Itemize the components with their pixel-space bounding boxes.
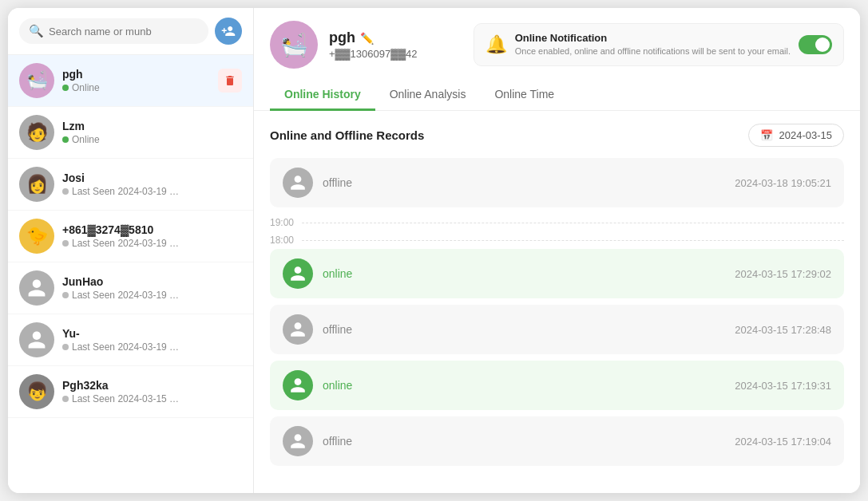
status-dot <box>62 85 69 91</box>
contact-item[interactable]: 👩JosiLast Seen 2024-03-19 … <box>8 159 253 211</box>
contact-name: +861▓3274▓5810 <box>62 223 242 236</box>
contact-name: Josi <box>62 172 242 184</box>
tabs: Online HistoryOnline AnalysisOnline Time <box>270 80 844 110</box>
status-dot <box>62 344 69 350</box>
contact-name: pgh <box>62 68 210 81</box>
status-text: Last Seen 2024-03-19 … <box>72 290 179 301</box>
record-status-label: offline <box>323 323 725 336</box>
record-avatar <box>283 258 313 289</box>
timeline-label: 18:00 <box>270 231 844 249</box>
contact-info: JosiLast Seen 2024-03-19 … <box>62 172 242 197</box>
record-item: online2024-03-15 17:19:31 <box>270 361 844 410</box>
record-item: offline2024-03-15 17:28:48 <box>270 305 844 354</box>
records-list: offline2024-03-18 19:05:2119:0018:00onli… <box>270 158 844 466</box>
records-header: Online and Offline Records 📅 2024-03-15 <box>270 124 844 147</box>
notif-text: Online Notification Once enabled, online… <box>515 32 791 57</box>
trash-icon <box>224 74 236 87</box>
date-picker-button[interactable]: 📅 2024-03-15 <box>748 124 845 147</box>
status-text: Last Seen 2024-03-19 … <box>72 186 179 197</box>
record-avatar <box>283 426 313 456</box>
delete-contact-button[interactable] <box>218 69 242 93</box>
contact-info: LzmOnline <box>62 120 242 145</box>
add-person-icon <box>221 24 236 38</box>
edit-icon[interactable]: ✏️ <box>360 32 374 45</box>
contact-info: JunHaoLast Seen 2024-03-19 … <box>62 275 242 301</box>
record-timestamp: 2024-03-15 17:28:48 <box>735 324 831 336</box>
selected-date: 2024-03-15 <box>779 129 833 141</box>
notification-toggle[interactable] <box>799 35 832 54</box>
contact-status: Online <box>62 82 210 93</box>
profile-avatar: 🛀 <box>270 21 318 69</box>
profile-name-text: pgh <box>329 30 355 46</box>
contact-item[interactable]: Yu-Last Seen 2024-03-19 … <box>8 314 253 366</box>
record-timestamp: 2024-03-15 17:19:31 <box>735 380 831 392</box>
contact-status: Last Seen 2024-03-19 … <box>62 186 242 197</box>
profile-phone: +▓▓1306097▓▓42 <box>329 48 418 60</box>
record-person-icon <box>289 174 307 191</box>
contact-item[interactable]: 👦Pgh32kaLast Seen 2024-03-15 … <box>8 366 253 418</box>
calendar-icon: 📅 <box>760 129 773 141</box>
contact-status: Last Seen 2024-03-19 … <box>62 290 242 301</box>
contact-info: Pgh32kaLast Seen 2024-03-15 … <box>62 379 242 404</box>
profile-details: pgh ✏️ +▓▓1306097▓▓42 <box>329 30 418 60</box>
status-dot <box>62 292 69 298</box>
record-timestamp: 2024-03-15 17:29:02 <box>735 268 831 280</box>
record-avatar <box>283 168 313 198</box>
contact-status: Last Seen 2024-03-19 … <box>62 341 242 353</box>
contact-item[interactable]: JunHaoLast Seen 2024-03-19 … <box>8 262 253 314</box>
record-person-icon <box>289 265 307 282</box>
tab-online-time[interactable]: Online Time <box>480 80 569 111</box>
avatar: 👩 <box>19 167 54 202</box>
person-icon <box>26 278 47 298</box>
status-dot <box>62 188 69 195</box>
avatar: 🧑 <box>19 115 54 150</box>
tab-online-analysis[interactable]: Online Analysis <box>375 80 481 111</box>
status-text: Online <box>72 134 100 145</box>
status-dot <box>62 240 69 247</box>
avatar <box>19 322 54 357</box>
search-bar: 🔍 <box>8 8 253 55</box>
avatar: 👦 <box>19 374 54 409</box>
record-timestamp: 2024-03-18 19:05:21 <box>735 177 831 189</box>
person-icon <box>26 329 47 350</box>
status-text: Last Seen 2024-03-15 … <box>72 393 179 404</box>
profile-left: 🛀 pgh ✏️ +▓▓1306097▓▓42 <box>270 21 418 69</box>
search-icon: 🔍 <box>29 24 44 38</box>
avatar: 🛀 <box>19 63 54 98</box>
contact-name: Lzm <box>62 120 242 132</box>
record-avatar <box>283 370 313 400</box>
contact-info: Yu-Last Seen 2024-03-19 … <box>62 327 242 353</box>
contact-list: 🛀pghOnline🧑LzmOnline👩JosiLast Seen 2024-… <box>8 55 253 493</box>
record-item: offline2024-03-18 19:05:21 <box>270 158 844 207</box>
status-dot <box>62 136 69 143</box>
notif-description: Once enabled, online and offline notific… <box>515 45 791 57</box>
record-person-icon <box>289 321 307 338</box>
contact-info: +861▓3274▓5810Last Seen 2024-03-19 … <box>62 223 242 249</box>
record-person-icon <box>289 432 307 450</box>
record-status-label: offline <box>323 176 725 189</box>
avatar: 🐤 <box>19 219 54 254</box>
contact-name: Pgh32ka <box>62 379 242 392</box>
contact-item[interactable]: 🧑LzmOnline <box>8 107 253 159</box>
contact-item[interactable]: 🐤+861▓3274▓5810Last Seen 2024-03-19 … <box>8 211 253 262</box>
search-input[interactable] <box>49 26 199 37</box>
notif-title: Online Notification <box>515 32 791 44</box>
record-person-icon <box>289 377 307 394</box>
status-text: Last Seen 2024-03-19 … <box>72 238 179 249</box>
tab-online-history[interactable]: Online History <box>270 80 375 111</box>
avatar <box>19 270 54 306</box>
contact-item[interactable]: 🛀pghOnline <box>8 55 253 107</box>
profile-name: pgh ✏️ <box>329 30 418 46</box>
sidebar: 🔍 🛀pghOnline🧑LzmOnline👩JosiLast Seen 202… <box>8 8 254 493</box>
record-item: offline2024-03-15 17:19:04 <box>270 416 844 466</box>
record-status-label: online <box>323 267 725 280</box>
add-contact-button[interactable] <box>215 18 242 45</box>
profile-row: 🛀 pgh ✏️ +▓▓1306097▓▓42 🔔 Online Notific… <box>270 21 844 69</box>
main-header: 🛀 pgh ✏️ +▓▓1306097▓▓42 🔔 Online Notific… <box>254 8 860 111</box>
app-container: 🔍 🛀pghOnline🧑LzmOnline👩JosiLast Seen 202… <box>8 8 860 493</box>
timeline-label: 19:00 <box>270 214 844 231</box>
search-input-wrap[interactable]: 🔍 <box>19 18 208 44</box>
contact-status: Last Seen 2024-03-15 … <box>62 393 242 404</box>
record-status-label: online <box>323 379 725 392</box>
status-dot <box>62 396 69 402</box>
